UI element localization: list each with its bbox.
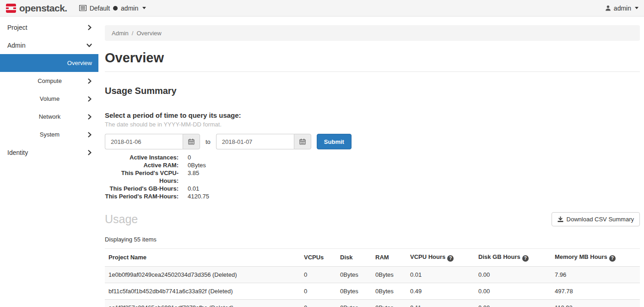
cell-project-name: ea1f2f357c09465eb6991edf7079efbe (Delete… bbox=[105, 299, 300, 307]
context-project-label: admin bbox=[121, 5, 138, 12]
breadcrumb-current: Overview bbox=[136, 30, 161, 37]
cell-project-name: bf11c5fa0f1b452db4b7741a6c33a92f (Delete… bbox=[105, 283, 300, 299]
top-navbar: openstack. Default admin admin bbox=[0, 0, 644, 16]
sidebar-nav: Project Admin Overview Compute Volume bbox=[0, 16, 98, 307]
submit-button[interactable]: Submit bbox=[317, 134, 352, 149]
column-memory-mb-hours: Memory MB Hours? bbox=[551, 249, 640, 267]
date-range-form: to Submit bbox=[105, 134, 640, 149]
help-icon[interactable]: ? bbox=[609, 255, 616, 262]
page-title: Overview bbox=[105, 49, 640, 67]
title-divider bbox=[105, 71, 640, 72]
openstack-brand[interactable]: openstack. bbox=[5, 3, 67, 14]
user-menu[interactable]: admin bbox=[605, 5, 639, 12]
help-icon[interactable]: ? bbox=[522, 255, 529, 262]
calendar-button[interactable] bbox=[294, 134, 311, 149]
column-vcpus: VCPUs bbox=[300, 249, 336, 267]
date-to-input[interactable] bbox=[216, 134, 294, 149]
column-project-name: Project Name bbox=[105, 249, 300, 267]
cell-project-name: 1e0b0f99af0249cea24502034d73d356 (Delete… bbox=[105, 266, 300, 283]
user-icon bbox=[605, 5, 611, 11]
caret-down-icon bbox=[142, 7, 146, 9]
project-dot-icon bbox=[113, 6, 118, 11]
items-count: Displaying 55 items bbox=[105, 236, 640, 243]
download-csv-label: Download CSV Summary bbox=[567, 216, 634, 223]
table-row: ea1f2f357c09465eb6991edf7079efbe (Delete… bbox=[105, 299, 640, 307]
column-ram: RAM bbox=[372, 249, 406, 267]
stat-active-instances: Active Instances: 0 bbox=[105, 154, 640, 161]
user-name-label: admin bbox=[614, 5, 631, 12]
date-from-input[interactable] bbox=[105, 134, 183, 149]
breadcrumb-separator: / bbox=[132, 30, 134, 37]
context-domain-label: Default bbox=[90, 5, 110, 12]
sidebar-item-identity[interactable]: Identity bbox=[0, 143, 98, 161]
table-row: bf11c5fa0f1b452db4b7741a6c33a92f (Delete… bbox=[105, 283, 640, 299]
main-content: Admin / Overview Overview Usage Summary … bbox=[98, 16, 644, 307]
chevron-down-icon bbox=[87, 43, 92, 48]
usage-heading: Usage bbox=[105, 213, 138, 226]
help-icon[interactable]: ? bbox=[447, 255, 454, 262]
column-disk: Disk bbox=[336, 249, 372, 267]
sidebar-item-overview[interactable]: Overview bbox=[0, 54, 98, 72]
chevron-right-icon bbox=[87, 96, 92, 102]
caret-down-icon bbox=[635, 7, 639, 9]
chevron-right-icon bbox=[87, 25, 92, 30]
brand-text: openstack. bbox=[19, 3, 67, 14]
stat-ram-hours: This Period's RAM-Hours: 4120.75 bbox=[105, 192, 640, 200]
sidebar-item-system[interactable]: System bbox=[0, 126, 98, 143]
column-disk-gb-hours: Disk GB Hours? bbox=[475, 249, 551, 267]
to-label: to bbox=[205, 138, 211, 145]
usage-summary-heading: Usage Summary bbox=[105, 86, 640, 96]
table-header-row: Project Name VCPUs Disk RAM VCPU Hours? … bbox=[105, 249, 640, 267]
calendar-button[interactable] bbox=[183, 134, 200, 149]
sidebar-item-compute[interactable]: Compute bbox=[0, 72, 98, 90]
breadcrumb: Admin / Overview bbox=[105, 25, 640, 41]
usage-table: Project Name VCPUs Disk RAM VCPU Hours? … bbox=[105, 248, 640, 307]
calendar-icon bbox=[188, 138, 195, 145]
stat-gb-hours: This Period's GB-Hours: 0.01 bbox=[105, 185, 640, 192]
stat-active-ram: Active RAM: 0Bytes bbox=[105, 161, 640, 169]
chevron-right-icon bbox=[87, 150, 92, 155]
period-prompt: Select a period of time to query its usa… bbox=[105, 111, 640, 119]
context-switcher[interactable]: Default admin bbox=[79, 5, 146, 12]
openstack-logo-icon bbox=[5, 3, 16, 14]
domain-list-icon bbox=[79, 5, 87, 11]
download-csv-button[interactable]: Download CSV Summary bbox=[552, 212, 640, 226]
table-row: 1e0b0f99af0249cea24502034d73d356 (Delete… bbox=[105, 266, 640, 283]
sidebar-item-volume[interactable]: Volume bbox=[0, 90, 98, 108]
chevron-right-icon bbox=[87, 78, 92, 84]
sidebar-item-network[interactable]: Network bbox=[0, 108, 98, 126]
date-format-hint: The date should be in YYYY-MM-DD format. bbox=[105, 121, 640, 128]
sidebar-item-project[interactable]: Project bbox=[0, 18, 98, 36]
calendar-icon bbox=[299, 138, 306, 145]
chevron-right-icon bbox=[87, 114, 92, 120]
chevron-right-icon bbox=[87, 132, 92, 137]
usage-stats: Active Instances: 0 Active RAM: 0Bytes T… bbox=[105, 154, 640, 200]
download-icon bbox=[557, 216, 563, 222]
column-vcpu-hours: VCPU Hours? bbox=[406, 249, 475, 267]
breadcrumb-admin[interactable]: Admin bbox=[112, 30, 129, 37]
stat-vcpu-hours: This Period's VCPU-Hours: 3.85 bbox=[105, 169, 640, 185]
sidebar-item-admin[interactable]: Admin bbox=[0, 36, 98, 54]
